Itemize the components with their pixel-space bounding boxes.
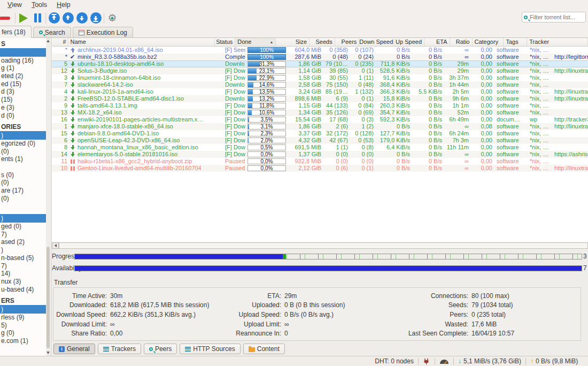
table-row[interactable]: 11 haiku-r1beta1-x86_gcc2_hybrid-anyboot… [52,158,588,165]
move-up-button[interactable] [61,11,75,25]
header-down-speed[interactable]: Down Speed [359,38,394,46]
sidebar-item[interactable]: are (17) [0,187,46,195]
sidebar-item[interactable]: nux (3) [0,278,46,286]
header-status[interactable]: Status [215,38,235,46]
table-row[interactable]: * minix_R3.3.0-588a35b.iso.bz2 Comple… 1… [52,54,588,60]
sidebar-item[interactable]: n-based (5) [0,254,46,262]
sidebar-item[interactable]: e.com (1) [0,337,46,345]
sidebar-item[interactable]: g (1) [0,64,46,72]
sidebar-item[interactable]: egorized (0) [0,140,46,148]
table-row[interactable]: 9 tails-amd64-3.13.1.img [F] Dow… 11,8% … [52,102,588,109]
sidebar-item[interactable]: 14) [0,270,46,278]
table-row[interactable]: 3 linuxmint-18-cinnamon-64bit.iso [F] Do… [52,74,588,81]
sidebar-item[interactable]: ) [0,246,46,254]
sidebar-item[interactable]: u-based (4) [0,286,46,294]
sidebar-item[interactable]: (0) [0,179,46,187]
speed-gauge-icon[interactable] [439,359,449,364]
header-tracker[interactable]: Tracker [527,38,588,46]
header-size[interactable]: Size [276,38,310,46]
sidebar-item[interactable]: rless (9) [0,314,46,322]
sidebar-item[interactable]: ) [0,214,46,223]
stat-label: Last Seen Complete: [393,330,468,337]
header-ratio[interactable]: Ratio [450,38,473,46]
move-down-icon [76,12,88,24]
menu-item-view[interactable]: View [3,1,26,9]
filter-input[interactable] [530,14,584,20]
done-percent: 3,5% [248,117,285,123]
sidebar-item[interactable]: e (3) [0,104,46,112]
header-name[interactable]: Name [68,38,215,46]
sidebar-item[interactable]: 5) [0,322,46,330]
sidebar-item[interactable]: 7) [0,231,46,239]
table-row[interactable]: 1 manjaro-xfce-18.0-stable-x86_64.iso [F… [52,123,588,130]
tab-execution-log[interactable]: Execution Log [73,27,133,37]
horizontal-scrollbar[interactable] [52,242,588,249]
sidebar-item[interactable]: ased (2) [0,238,46,246]
move-down-button[interactable] [75,11,89,25]
sidebar-item[interactable]: 7) [0,262,46,270]
tab-fers-18-[interactable]: fers (18) [0,26,32,37]
table-row[interactable]: 8 hannah_montana_linux_x86_basic_edition… [52,144,588,151]
sidebar-item[interactable]: ed (15) [0,80,46,88]
detail-tab-content[interactable]: Content [243,344,285,354]
move-bottom-button[interactable] [89,11,103,25]
torrent-peers: 0 (1) [350,67,376,74]
detail-tab-trackers[interactable]: Trackers [98,344,141,354]
torrent-name: Solus-3-Budgie.iso [76,67,224,74]
table-row[interactable]: 15 debian-9.8.0-amd64-DVD-1.iso [F] Dow…… [52,130,588,137]
done-progress-bar: 10,6% [247,110,286,116]
table-row[interactable]: 6 openSUSE-Leap-42.3-DVD-x86_64.iso [F] … [52,137,588,144]
header-tags[interactable]: Tags [504,38,527,46]
sidebar-scrollbar[interactable] [46,38,50,356]
sidebar-item[interactable]: eted (2) [0,72,46,80]
table-row[interactable]: 7 slackware64-14.2-iso Downlo… 14,6% 2,5… [52,81,588,88]
sidebar-item[interactable]: ents (1) [0,155,46,163]
scroll-left-button[interactable] [52,242,59,249]
scrollbar-thumb[interactable] [59,242,588,249]
table-row[interactable]: 13 MX-18.2_x64.iso [F] Dow… 10,6% 1,34 G… [52,109,588,116]
header-peers[interactable]: Peers [335,38,360,46]
table-row[interactable]: 10 Gentoo-Linux-livedvd-amd64-multilib-2… [52,165,588,172]
options-button[interactable]: ⚙ [105,11,119,25]
header-number[interactable]: # [52,38,68,46]
scrollbar-thumb[interactable] [47,247,50,348]
menu-item-help[interactable]: Help [52,1,75,9]
table-row[interactable]: 14 elementaryos-5.0-stable.20181016.iso … [52,151,588,158]
header-category[interactable]: Category [473,38,504,46]
sidebar-item[interactable]: (0) [0,148,46,156]
sidebar-item[interactable]: g (0) [0,329,46,337]
scroll-down-icon[interactable] [47,352,50,354]
header-done[interactable]: Done▲ [235,38,276,46]
torrent-seeds: 85 (19… [323,88,350,95]
sidebar-item[interactable]: s (0) [0,171,46,179]
sidebar-item[interactable]: d (0) [0,112,46,120]
detail-tab-http-sources[interactable]: HTTP Sources [180,344,240,354]
resume-button[interactable] [17,11,30,25]
detail-tab-general[interactable]: iGeneral [53,344,95,354]
table-row[interactable]: 16 enwiki-20190101-pages-articles-multis… [52,116,588,123]
header-eta[interactable]: ETA [424,38,450,46]
table-row[interactable]: 4 kali-linux-2019-1a-amd64-iso [F] Dow… … [52,88,588,95]
delete-button[interactable] [0,11,14,25]
sidebar-item[interactable]: ) [0,305,46,314]
sidebar-item[interactable] [0,48,46,57]
sidebar-item[interactable]: ged (0) [0,223,46,231]
table-row[interactable]: 2 FreeBSD-12.0-STABLE-amd64-disc1.iso Do… [52,95,588,102]
sidebar-item[interactable]: (0) [0,195,46,203]
table-row[interactable]: 12 Solus-3-Budgie.iso [F] Dow… 23,1% 1,1… [52,67,588,74]
sidebar-item[interactable]: d (3) [0,88,46,96]
table-row[interactable]: 5 ubuntu-18.10-desktop-amd64.iso Downlo…… [52,60,588,67]
table-row[interactable]: * archlinux-2019.04.01-x86_64.iso [F] Se… [52,47,588,54]
move-top-button[interactable] [47,11,61,25]
sidebar-item[interactable]: oading (16) [0,57,46,65]
sidebar-item[interactable]: (15) [0,96,46,104]
menu-item-tools[interactable]: Tools [27,1,51,9]
sidebar-item[interactable]: ) [0,131,46,140]
pause-button[interactable] [30,11,44,25]
header-up-speed[interactable]: Up Speed [394,38,424,46]
header-seeds[interactable]: Seeds [310,38,335,46]
tab-search[interactable]: Search [33,27,71,37]
scroll-up-icon[interactable] [47,40,50,42]
detail-tab-peers[interactable]: Peers [144,344,177,354]
sidebar-item[interactable] [0,163,46,171]
